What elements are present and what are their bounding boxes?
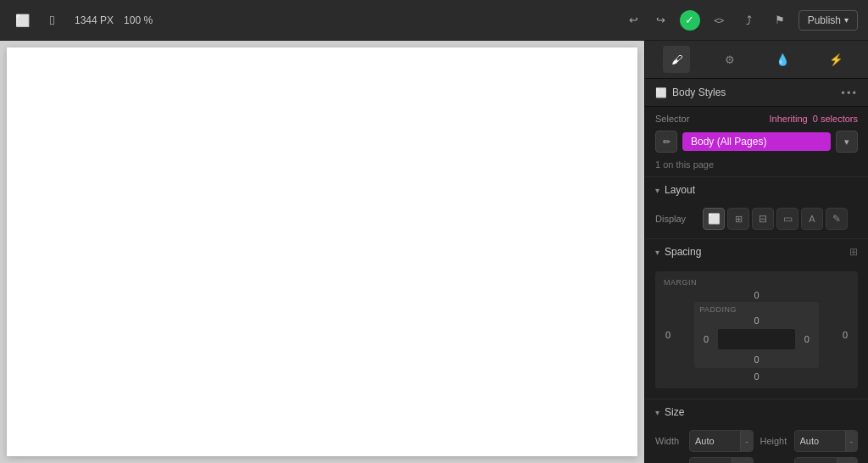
padding-right-value[interactable]: 0 (798, 334, 815, 344)
page-count-text: 1 on this page (655, 159, 714, 170)
selector-pill: Body (All Pages) (682, 132, 831, 151)
width-label: Width (655, 436, 686, 446)
selector-label: Selector (655, 114, 689, 124)
tab-interactions[interactable]: 💧 (770, 46, 797, 73)
canvas-zoom-display: 100 % (124, 14, 153, 26)
margin-bottom-value[interactable]: 0 (662, 371, 851, 382)
height-input[interactable] (795, 432, 845, 449)
right-panel: 🖌 ⚙ 💧 ⚡ ⬜ Body Styles ••• (644, 41, 868, 463)
monitor-icon: ⬜ (15, 14, 30, 27)
padding-left-value[interactable]: 0 (698, 334, 715, 344)
inheriting-text: Inheriting 0 selectors (769, 114, 858, 124)
spacing-extra-icon: ⊞ (849, 246, 858, 258)
layout-collapse-arrow: ▾ (655, 186, 659, 195)
code-view-button[interactable]: <> (707, 8, 731, 32)
selector-chevron-button[interactable]: ▾ (836, 131, 858, 153)
tab-styles[interactable]: 🖌 (663, 46, 690, 73)
height-label: Height (760, 436, 791, 446)
size-collapse-arrow: ▾ (655, 408, 659, 417)
publish-chevron-icon: ▾ (844, 15, 849, 25)
min-w-input[interactable] (690, 460, 732, 463)
undo-button[interactable]: ↩ (622, 8, 646, 32)
body-styles-more-button[interactable]: ••• (841, 86, 858, 99)
block-icon: ⬜ (708, 213, 721, 225)
inline-icon: ▭ (783, 213, 793, 225)
drops-icon: 💧 (776, 53, 790, 66)
chevron-down-icon: ▾ (844, 137, 849, 148)
padding-bottom-value[interactable]: 0 (698, 354, 815, 365)
display-inline-button[interactable]: ▭ (776, 208, 798, 230)
canvas-frame (7, 47, 637, 456)
min-w-unit-button[interactable]: PX (732, 458, 752, 463)
toolbar-center: ↩ ↪ ✓ <> ⤴ ⚑ Publish ▾ (622, 8, 858, 32)
brush-icon: 🖌 (671, 53, 682, 66)
size-grid: Width - Height (645, 425, 868, 463)
margin-box: MARGIN 0 0 PADDING 0 (655, 271, 858, 388)
canvas-size-display: 1344 PX (75, 14, 114, 26)
more-dots-icon: ••• (841, 86, 858, 99)
selector-edit-button[interactable]: ✏ (655, 131, 677, 153)
undo-redo-group: ↩ ↪ (622, 8, 673, 32)
flex-icon: ⊞ (735, 214, 743, 225)
display-text-button[interactable]: A (801, 208, 823, 230)
page-count-row: 1 on this page (645, 158, 868, 176)
display-row: Display ⬜ ⊞ ⊟ ▭ (645, 203, 868, 238)
min-wh-row: Min W PX Min H (655, 457, 858, 463)
height-unit-button[interactable]: - (845, 431, 857, 451)
spacing-collapse-arrow: ▾ (655, 248, 659, 257)
min-h-input[interactable] (795, 460, 837, 463)
checkmark-icon: ✓ (685, 14, 694, 26)
text-icon: A (809, 214, 815, 224)
pencil-box-icon: ✏ (663, 137, 670, 148)
padding-label: PADDING (698, 305, 815, 314)
spacing-section: ▾ Spacing ⊞ MARGIN 0 0 (645, 238, 868, 399)
display-flex-button[interactable]: ⊞ (727, 208, 749, 230)
spacing-section-header[interactable]: ▾ Spacing ⊞ (645, 239, 868, 265)
min-w-input-group: PX (689, 457, 754, 463)
margin-left-value[interactable]: 0 (665, 330, 670, 340)
tab-animations[interactable]: ⚡ (823, 46, 850, 73)
canvas-area[interactable] (0, 41, 644, 463)
display-custom-button[interactable]: ✎ (826, 208, 848, 230)
body-styles-header: ⬜ Body Styles ••• (645, 79, 868, 107)
width-input-group: - (689, 430, 754, 452)
margin-top-value[interactable]: 0 (662, 290, 851, 300)
custom-icon: ✎ (832, 213, 841, 225)
height-input-group: - (794, 430, 859, 452)
share-button[interactable]: ⤴ (737, 8, 761, 32)
width-height-row: Width - Height (655, 430, 858, 452)
toolbar-left: ⬜ ▭ 1344 PX 100 % (10, 8, 153, 32)
width-field-group: Width - (655, 430, 754, 452)
tab-settings[interactable]: ⚙ (716, 46, 743, 73)
undo-icon: ↩ (629, 14, 638, 26)
min-h-unit-button[interactable]: PX (837, 458, 857, 463)
tablet-view-button[interactable]: ▭ (41, 8, 64, 32)
layout-section: ▾ Layout Display ⬜ ⊞ ⊟ (645, 176, 868, 238)
publish-label: Publish (808, 14, 841, 26)
width-unit-button[interactable]: - (740, 431, 752, 451)
size-section-header[interactable]: ▾ Size (645, 399, 868, 425)
tablet-icon: ▭ (47, 15, 59, 25)
main-area: 🖌 ⚙ 💧 ⚡ ⬜ Body Styles ••• (0, 41, 868, 463)
save-status-indicator: ✓ (680, 10, 700, 31)
display-grid-button[interactable]: ⊟ (752, 208, 774, 230)
display-block-button[interactable]: ⬜ (703, 208, 725, 230)
spacing-diagram: MARGIN 0 0 PADDING 0 (645, 265, 868, 399)
padding-top-value[interactable]: 0 (698, 315, 815, 326)
monitor-view-button[interactable]: ⬜ (10, 8, 34, 32)
spacing-section-title: Spacing (665, 246, 701, 258)
min-h-field-group: Min H PX (760, 457, 859, 463)
bolt-icon: ⚡ (829, 53, 843, 66)
redo-icon: ↪ (656, 14, 665, 26)
publish-button[interactable]: Publish ▾ (798, 10, 858, 31)
selector-row: Selector Inheriting 0 selectors (645, 107, 868, 127)
margin-label: MARGIN (662, 278, 851, 287)
redo-button[interactable]: ↪ (649, 8, 673, 32)
width-input[interactable] (690, 432, 740, 449)
margin-right-value[interactable]: 0 (843, 330, 848, 340)
panel-tabs: 🖌 ⚙ 💧 ⚡ (645, 41, 868, 79)
toolbar: ⬜ ▭ 1344 PX 100 % ↩ ↪ ✓ <> (0, 0, 868, 41)
layout-section-header[interactable]: ▾ Layout (645, 177, 868, 203)
flag-button[interactable]: ⚑ (768, 8, 792, 32)
body-styles-title: Body Styles (672, 86, 726, 98)
